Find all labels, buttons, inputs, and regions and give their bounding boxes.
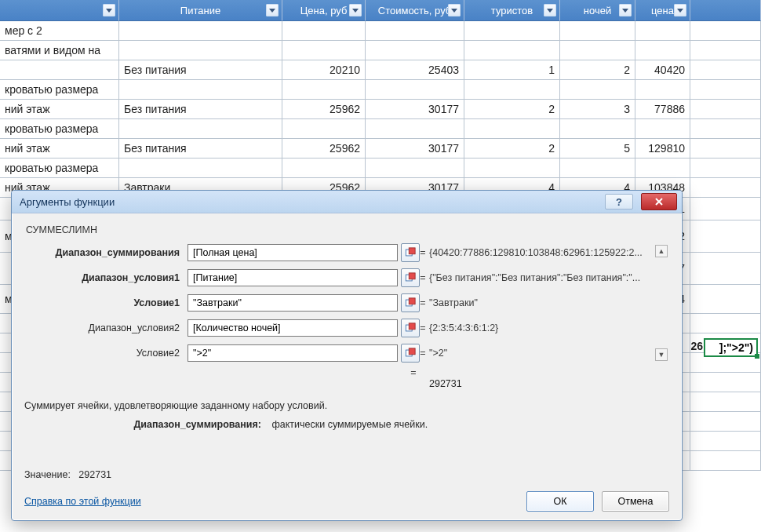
column-header[interactable] [0,0,119,21]
arg-input[interactable] [188,269,398,286]
filter-icon[interactable] [674,4,686,16]
cell[interactable] [690,139,761,159]
cell[interactable] [690,159,761,178]
cell[interactable] [282,21,366,41]
cell[interactable]: ватями и видом на [0,41,119,60]
cell[interactable] [690,100,761,119]
cell[interactable] [635,41,690,60]
cell[interactable]: 30177 [366,139,464,159]
cell[interactable] [635,21,690,41]
cell[interactable]: 77886 [635,100,690,119]
cell[interactable] [282,159,366,178]
cell[interactable] [635,80,690,100]
cell[interactable] [560,21,635,41]
cell[interactable]: 25962 [282,100,366,119]
cell[interactable] [635,159,690,178]
column-header[interactable]: Стоимость, руб [366,0,464,21]
cell[interactable] [560,159,635,178]
column-header[interactable]: ночей [560,0,635,21]
cell[interactable] [690,314,761,333]
cell[interactable] [560,80,635,100]
cell[interactable]: мер с 2 [0,21,119,41]
cell[interactable] [0,60,119,80]
fill-handle[interactable] [755,354,759,359]
filter-icon[interactable] [266,4,279,16]
cell[interactable] [366,21,464,41]
cell[interactable]: 5 [560,139,635,159]
cell[interactable] [690,253,761,285]
cell[interactable] [690,373,761,392]
active-cell[interactable]: ];">2") [704,338,758,357]
cell[interactable] [119,159,282,178]
filter-icon[interactable] [103,4,115,16]
cell[interactable]: 25403 [366,60,464,80]
cell[interactable] [464,119,560,139]
cell[interactable] [690,392,761,412]
cell[interactable]: 20210 [282,60,366,80]
ok-button[interactable]: ОК [526,491,594,512]
cell[interactable]: кроватью размера [0,119,119,139]
cell[interactable] [690,178,761,198]
cell[interactable] [282,119,366,139]
cell[interactable] [560,119,635,139]
cell[interactable]: кроватью размера [0,80,119,100]
cell[interactable] [282,41,366,60]
arg-input[interactable] [188,319,398,337]
scroll-down-icon[interactable]: ▼ [655,348,668,361]
cell[interactable]: 1 [464,60,560,80]
cell[interactable] [464,21,560,41]
cell[interactable] [119,119,282,139]
cell[interactable]: 129810 [635,139,690,159]
cell[interactable] [690,119,761,139]
cell[interactable] [560,41,635,60]
dialog-titlebar[interactable]: Аргументы функции ? [12,191,682,213]
cell[interactable] [366,159,464,178]
cell[interactable]: 3 [560,100,635,119]
cell[interactable] [366,119,464,139]
cell[interactable]: 2 [464,100,560,119]
cell[interactable]: 2 [464,139,560,159]
cell[interactable] [282,80,366,100]
cell[interactable] [690,220,761,253]
cell[interactable] [366,41,464,60]
scroll-up-icon[interactable]: ▲ [655,245,668,257]
cell[interactable] [690,80,761,100]
help-button[interactable]: ? [605,194,633,210]
cell[interactable]: Без питания [119,60,282,80]
cancel-button[interactable]: Отмена [602,491,669,512]
cell[interactable]: ний этаж [0,100,119,119]
arg-input[interactable] [188,244,398,261]
cell[interactable] [690,451,761,471]
cell[interactable]: ний этаж [0,139,119,159]
cell[interactable] [690,285,761,314]
arg-input[interactable] [188,294,398,312]
filter-icon[interactable] [619,4,632,16]
cell[interactable]: Без питания [119,139,282,159]
cell[interactable] [366,80,464,100]
cell[interactable]: 2 [560,60,635,80]
cell[interactable]: 25962 [282,139,366,159]
cell[interactable] [690,198,761,220]
column-header[interactable]: цена [635,0,690,21]
cell[interactable]: Без питания [119,100,282,119]
cell[interactable] [690,60,761,80]
arg-input[interactable] [188,344,398,362]
cell[interactable]: 40420 [635,60,690,80]
cell[interactable] [690,412,761,432]
cell[interactable]: кроватью размера [0,159,119,178]
cell[interactable] [690,21,761,41]
cell[interactable] [464,80,560,100]
cell[interactable] [690,432,761,451]
filter-icon[interactable] [349,4,362,16]
cell[interactable] [690,41,761,60]
cell[interactable] [635,119,690,139]
filter-icon[interactable] [448,4,461,16]
column-header[interactable]: Цена, руб [282,0,366,21]
column-header[interactable]: туристов [464,0,560,21]
cell[interactable] [119,41,282,60]
cell[interactable] [464,41,560,60]
cell[interactable] [119,21,282,41]
filter-icon[interactable] [544,4,556,16]
column-header[interactable]: Питание [119,0,282,21]
help-link[interactable]: Справка по этой функции [24,496,141,507]
